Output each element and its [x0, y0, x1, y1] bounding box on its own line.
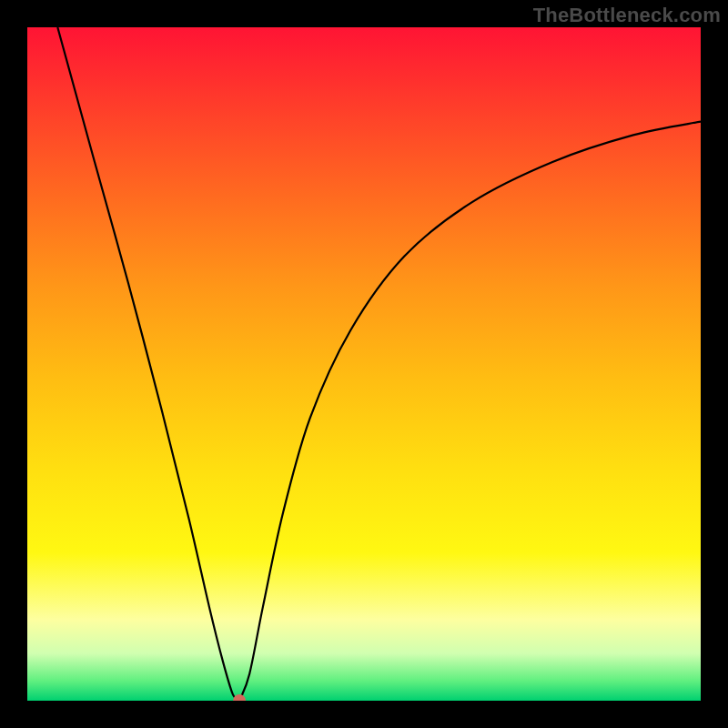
plot-area	[27, 27, 701, 701]
chart-frame: TheBottleneck.com	[0, 0, 728, 728]
optimal-point-marker	[233, 694, 246, 701]
bottleneck-curve-right	[239, 122, 701, 701]
curve-layer	[27, 27, 701, 701]
bottleneck-curve-left	[57, 27, 239, 701]
watermark-text: TheBottleneck.com	[533, 4, 721, 27]
